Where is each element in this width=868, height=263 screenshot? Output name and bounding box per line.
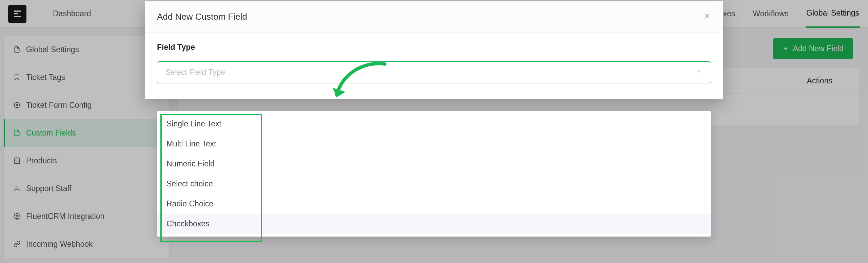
option-numeric-field[interactable]: Numeric Field [157, 154, 711, 174]
modal-body: Field Type Select Field Type Single Line… [145, 33, 723, 99]
option-select-choice[interactable]: Select choice [157, 174, 711, 194]
modal-header: Add New Custom Field [145, 1, 723, 33]
chevron-up-icon [696, 68, 703, 77]
option-radio-choice[interactable]: Radio Choice [157, 194, 711, 214]
field-type-select[interactable]: Select Field Type [157, 61, 711, 83]
field-type-placeholder: Select Field Type [165, 68, 225, 77]
modal-overlay[interactable]: Add New Custom Field Field Type Select F… [0, 0, 868, 263]
option-single-line-text[interactable]: Single Line Text [157, 114, 711, 134]
modal-add-custom-field: Add New Custom Field Field Type Select F… [145, 1, 723, 99]
close-icon [704, 12, 711, 20]
option-multi-line-text[interactable]: Multi Line Text [157, 134, 711, 154]
modal-close-button[interactable] [704, 12, 711, 22]
option-checkboxes[interactable]: Checkboxes [157, 214, 711, 234]
modal-title: Add New Custom Field [157, 12, 247, 22]
field-type-label: Field Type [157, 43, 711, 52]
field-type-dropdown: Single Line Text Multi Line Text Numeric… [157, 111, 711, 237]
